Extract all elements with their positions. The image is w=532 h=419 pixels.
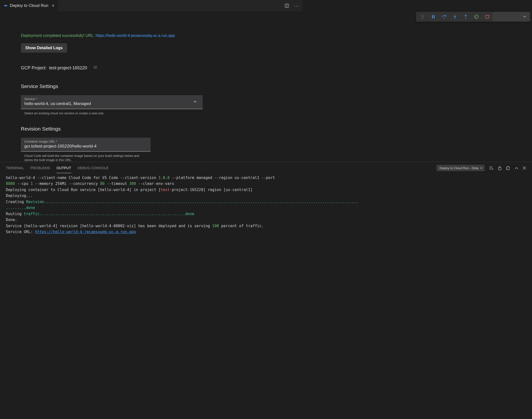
term-text: 8080 (6, 181, 15, 186)
term-text: done (26, 206, 35, 210)
service-select[interactable]: Service * hello-world-4, us-central1, Ma… (21, 95, 203, 109)
tab-debug-console[interactable]: DEBUG CONSOLE (78, 163, 109, 173)
term-text: percent of traffic. (219, 224, 264, 228)
container-image-input[interactable]: Container image URL * gcr.io/test-projec… (21, 138, 151, 152)
container-image-helper: Cloud Code will build the container imag… (21, 152, 144, 162)
term-text: 1 (30, 181, 33, 186)
success-text: Deployment completed successfully! URL: (21, 33, 96, 38)
term-text: Deploying container to Cloud Run service… (6, 188, 161, 192)
show-detailed-logs-button[interactable]: Show Detailed Logs (21, 43, 67, 53)
term-text: 300 (129, 181, 136, 186)
container-image-label: Container image URL * (24, 140, 147, 143)
term-text: Deploying... (6, 194, 33, 198)
term-text: Revision (26, 200, 44, 204)
tab-output[interactable]: OUTPUT (56, 163, 71, 173)
bottom-panel: TERMINAL PROBLEMS OUTPUT DEBUG CONSOLE D… (0, 162, 303, 238)
term-text: ......... (6, 206, 26, 210)
term-text: --cpu (15, 181, 31, 186)
term-text: --memory 256Mi --concurrency (33, 181, 100, 186)
term-text: -project-165220] region [us-central1] (170, 188, 253, 192)
tab-terminal[interactable]: TERMINAL (6, 163, 24, 173)
service-url-link[interactable]: https://hello-world-4-jecaesxwdq-uc.a.ru… (35, 230, 136, 234)
tab-problems[interactable]: PROBLEMS (30, 163, 50, 173)
editor-tab-bar: Deploy to Cloud Run × ··· (0, 0, 303, 11)
panel-tab-bar: TERMINAL PROBLEMS OUTPUT DEBUG CONSOLE D… (0, 162, 303, 174)
service-settings-heading: Service Settings (21, 83, 303, 89)
term-text: ........................................… (40, 212, 185, 216)
term-text: Service URL: (6, 230, 35, 234)
term-text: Creating (6, 200, 26, 204)
deploy-panel: Deployment completed successfully! URL: … (0, 11, 303, 162)
split-editor-icon[interactable] (285, 3, 289, 8)
term-text: done (185, 212, 194, 216)
dropdown-caret-icon (193, 100, 197, 104)
service-helper-text: Select an existing cloud run service or … (21, 109, 203, 116)
term-text: --clear-env-vars (136, 181, 174, 186)
editor-content: Deployment completed successfully! URL: … (0, 11, 303, 238)
revision-settings-heading: Revision Settings (21, 126, 303, 132)
tab-title: Deploy to Cloud Run (10, 3, 48, 8)
term-text: 100 (212, 224, 219, 228)
switch-project-icon[interactable] (93, 65, 98, 71)
gcp-project-label: GCP Project: (21, 65, 47, 71)
term-text: hello-world-4 --client-name Cloud Code f… (6, 176, 158, 180)
term-text: --timeout (105, 181, 129, 186)
term-text: 80 (100, 181, 105, 186)
deployment-url-link[interactable]: https://hello-world-4-jecaesxwdq-uc.a.ru… (96, 33, 175, 38)
editor-actions: ··· (285, 0, 303, 11)
term-text: --platform managed --region us-central1 … (170, 176, 275, 180)
term-text: Done. (6, 218, 17, 222)
service-field-label: Service * (24, 97, 199, 101)
close-icon[interactable]: × (50, 3, 55, 8)
term-text: test (161, 188, 170, 192)
cloud-code-icon (3, 3, 8, 8)
term-text: 1.8.0 (158, 176, 170, 180)
term-text: Service [hello-world-4] revision [hello-… (6, 224, 212, 228)
service-field-value: hello-world-4, us-central1, Managed (24, 101, 199, 106)
tab-deploy-cloud-run[interactable]: Deploy to Cloud Run × (0, 0, 58, 11)
term-text: traffic (24, 212, 40, 216)
gcp-project-value: test-project-165220 (49, 65, 87, 71)
deployment-success-message: Deployment completed successfully! URL: … (21, 33, 303, 38)
output-terminal[interactable]: hello-world-4 --client-name Cloud Code f… (0, 174, 303, 236)
container-image-value: gcr.io/test-project-165220/hello-world-4 (24, 144, 147, 149)
gcp-project-row: GCP Project: test-project-165220 (21, 65, 303, 71)
term-text: Routing (6, 212, 24, 216)
more-actions-icon[interactable]: ··· (294, 3, 300, 9)
term-text: ........................................… (44, 200, 303, 204)
